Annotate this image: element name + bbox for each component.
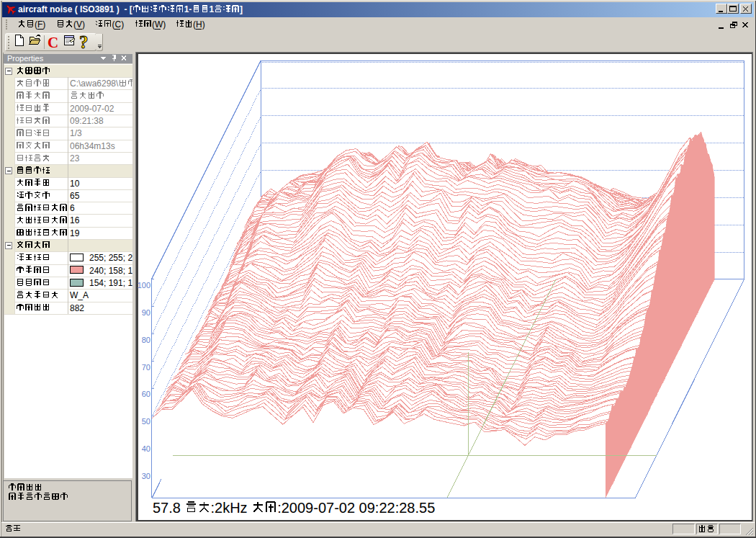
svg-text:90: 90 [142, 308, 150, 317]
svg-text:154; 191; 183: 154; 191; 183 [89, 278, 143, 288]
svg-text:(F): (F) [35, 19, 45, 30]
svg-text:C: C [48, 34, 58, 51]
svg-text:(W): (W) [152, 19, 166, 30]
svg-text:16: 16 [70, 215, 80, 225]
svg-text:57.8: 57.8 [153, 500, 184, 516]
svg-text:C:\awa6298\: C:\awa6298\ [70, 79, 119, 89]
svg-text:6: 6 [70, 203, 75, 213]
svg-text::2009-07-02 09:22:28.55: :2009-07-02 09:22:28.55 [277, 500, 435, 516]
svg-text:23: 23 [70, 153, 80, 163]
svg-text:100: 100 [138, 281, 150, 290]
svg-text:W_A: W_A [70, 290, 89, 300]
svg-text:65: 65 [70, 191, 80, 201]
svg-text::2kHz: :2kHz [211, 500, 252, 516]
svg-text:aircraft noise ( ISO3891 ) -: aircraft noise ( ISO3891 ) - [ [18, 4, 132, 14]
svg-text:60: 60 [142, 390, 150, 398]
svg-text:19: 19 [70, 228, 80, 238]
svg-text:(C): (C) [112, 19, 125, 30]
svg-text:]: ] [240, 4, 243, 14]
svg-text:1: 1 [209, 4, 214, 14]
svg-text:(H): (H) [193, 19, 205, 30]
svg-text:40: 40 [142, 444, 150, 453]
svg-text:06h34m13s: 06h34m13s [70, 141, 115, 151]
svg-text:2009-07-02: 2009-07-02 [70, 104, 114, 114]
svg-text:70: 70 [142, 363, 150, 372]
svg-text:80: 80 [142, 336, 150, 344]
svg-text:09:21:38: 09:21:38 [70, 116, 104, 126]
svg-text:240; 158; 155: 240; 158; 155 [89, 266, 143, 276]
svg-text:Properties: Properties [7, 54, 44, 63]
svg-text:?: ? [79, 32, 89, 52]
svg-text:1-: 1- [184, 4, 192, 14]
svg-text:1/3: 1/3 [70, 128, 82, 138]
svg-text:10: 10 [70, 179, 80, 189]
svg-text:(V): (V) [73, 19, 85, 30]
svg-text:30: 30 [142, 472, 150, 480]
svg-text:50: 50 [142, 417, 150, 426]
svg-text:882: 882 [70, 303, 84, 313]
svg-text:255; 255; 255: 255; 255; 255 [89, 253, 143, 263]
